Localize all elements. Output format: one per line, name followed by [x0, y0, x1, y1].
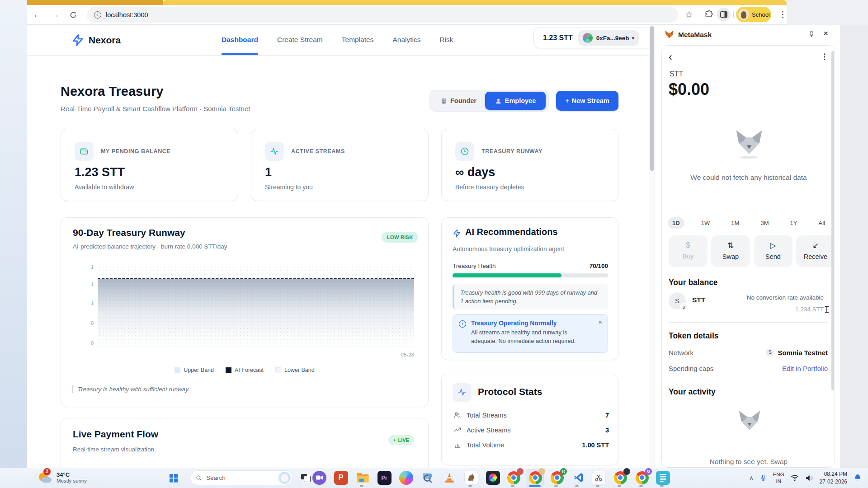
taskbar-clock[interactable]: 08:24 PM 27-02-2026 — [820, 470, 847, 486]
close-panel-icon[interactable]: × — [823, 28, 828, 38]
protocol-value: 1.00 STT — [582, 441, 609, 449]
legend-swatch — [275, 367, 281, 373]
taskbar-app-vlc[interactable] — [441, 470, 458, 485]
taskbar-app-vscode[interactable] — [571, 470, 587, 485]
employee-toggle-button[interactable]: Employee — [485, 92, 546, 110]
panel-scrollbar[interactable] — [831, 51, 834, 390]
nav-risk[interactable]: Risk — [439, 25, 453, 55]
page-subtitle: Real-Time Payroll & Smart Cashflow Platf… — [61, 105, 250, 113]
scrollbar-thumb[interactable] — [650, 26, 654, 171]
active-tab-strip[interactable] — [163, 0, 787, 5]
taskbar-app-chrome-1[interactable] — [505, 470, 522, 485]
stat-label: MY PENDING BALANCE — [101, 148, 170, 155]
back-icon[interactable]: ← — [31, 9, 43, 21]
back-icon[interactable]: ‹ — [669, 51, 672, 63]
new-stream-button[interactable]: + New Stream — [556, 91, 618, 111]
range-1d[interactable]: 1D — [668, 217, 684, 229]
chrome-profile-badge — [517, 468, 524, 475]
running-indicator — [468, 485, 472, 487]
token-menu-icon[interactable]: ⋮ — [821, 52, 828, 61]
bookmark-star-icon[interactable]: ☆ — [685, 9, 693, 20]
taskbar-app-premiere[interactable]: Pr — [376, 470, 392, 485]
microphone-icon[interactable] — [760, 474, 767, 482]
edit-in-portfolio-link[interactable]: Edit in Portfolio — [782, 365, 828, 372]
taskbar-app-notepad[interactable] — [655, 470, 671, 485]
buy-button[interactable]: $ Buy — [669, 235, 708, 267]
browser-menu-icon[interactable]: ⋮ — [778, 9, 787, 19]
live-payment-flow-card: Live Payment Flow Real-time stream visua… — [61, 418, 429, 470]
protocol-row: Active Streams 3 — [453, 426, 609, 434]
taskbar-app-chrome-2-active[interactable] — [527, 470, 543, 485]
weather-temp: 34°C — [57, 471, 87, 478]
close-icon[interactable]: × — [598, 318, 602, 326]
nav-create-stream[interactable]: Create Stream — [277, 25, 323, 55]
dollar-icon: $ — [669, 241, 708, 250]
taskbar-app-davinci[interactable] — [485, 470, 501, 485]
taskbar-app-file-explorer[interactable] — [354, 470, 371, 485]
balance-token-name: STT — [692, 296, 705, 304]
site-info-icon[interactable]: i — [94, 11, 101, 19]
url-bar[interactable]: i localhost:3000 — [87, 7, 678, 23]
founder-toggle-button[interactable]: Founder — [432, 92, 485, 110]
protocol-row: Total Streams 7 — [453, 411, 609, 419]
taskbar-app-chrome-3[interactable]: R — [549, 470, 565, 485]
range-all[interactable]: All — [814, 217, 830, 229]
taskbar-app-snipping-tool[interactable] — [590, 470, 607, 485]
browser-profile-button[interactable]: School — [736, 7, 771, 22]
taskbar-app-chrome-5[interactable]: G — [634, 470, 650, 485]
protocol-title: Protocol Stats — [478, 386, 542, 397]
start-button[interactable] — [165, 470, 182, 486]
taskbar-app-photos-horse[interactable] — [463, 470, 479, 485]
receive-button[interactable]: ↙ Receive — [796, 235, 835, 267]
network-row: Network SSomnia Testnet — [669, 348, 828, 357]
taskbar-search[interactable]: Search — [190, 470, 293, 485]
forward-icon[interactable]: → — [49, 9, 61, 21]
range-1y[interactable]: 1Y — [786, 217, 802, 229]
running-indicator — [554, 485, 558, 487]
wallet-address-button[interactable]: 0xFa...9eeb ▾ — [578, 30, 639, 46]
extensions-icon[interactable] — [704, 10, 713, 19]
page-scrollbar[interactable] — [649, 25, 655, 468]
nav-analytics[interactable]: Analytics — [392, 25, 420, 55]
live-badge: ● LIVE — [388, 435, 414, 445]
metamask-title: MetaMask — [678, 31, 712, 39]
taskbar-app-file-search[interactable] — [420, 470, 436, 485]
users-icon — [453, 411, 461, 419]
reload-icon[interactable] — [67, 9, 80, 21]
range-1w[interactable]: 1W — [697, 217, 715, 229]
nav-templates[interactable]: Templates — [342, 25, 374, 55]
token-avatar: S S — [669, 292, 686, 310]
weather-icon: 2 — [38, 470, 52, 484]
side-panel-icon[interactable] — [717, 8, 731, 21]
balance-heading: Your balance — [669, 278, 718, 287]
weather-widget[interactable]: 2 34°C Mostly sunny — [38, 470, 87, 484]
ai-recommendations-card: AI Recommendations Autonomous treasury o… — [441, 217, 618, 360]
tray-expand-icon[interactable]: ∧ — [749, 474, 754, 481]
range-3m[interactable]: 3M — [756, 217, 773, 229]
swap-button[interactable]: ⇅ Swap — [711, 235, 750, 267]
notification-bell-icon[interactable] — [854, 474, 862, 482]
send-button[interactable]: ▷ Send — [754, 235, 793, 267]
taskbar-app-powerpoint[interactable]: P — [333, 470, 349, 485]
no-history-message: We could not fetch any historical data — [679, 172, 819, 183]
nav-dashboard[interactable]: Dashboard — [222, 25, 258, 55]
taskbar-app-copilot[interactable] — [398, 470, 414, 485]
url-text[interactable]: localhost:3000 — [106, 11, 148, 19]
chevron-down-icon: ▾ — [632, 35, 635, 41]
range-1m[interactable]: 1M — [726, 217, 744, 229]
language-switcher[interactable]: ENG IN — [773, 471, 784, 485]
wallet-widget[interactable]: 1.23 STT 0xFa...9eeb ▾ — [533, 28, 658, 48]
protocol-label: Total Streams — [467, 412, 507, 419]
text-cursor — [826, 306, 827, 313]
running-indicator — [575, 485, 579, 487]
gridline — [98, 269, 414, 269]
ai-note: Treasury health is good with 999 days of… — [453, 284, 608, 310]
taskbar-app-chrome-4[interactable] — [612, 470, 628, 485]
speaker-icon[interactable] — [805, 474, 813, 482]
wifi-icon[interactable] — [791, 474, 799, 481]
pin-icon[interactable] — [808, 31, 815, 38]
chrome-profile-badge-g: G — [645, 468, 652, 475]
taskbar-app-video[interactable] — [311, 470, 327, 485]
legend-label: AI Forecast — [235, 367, 264, 373]
stat-value: ∞ days — [455, 165, 495, 179]
